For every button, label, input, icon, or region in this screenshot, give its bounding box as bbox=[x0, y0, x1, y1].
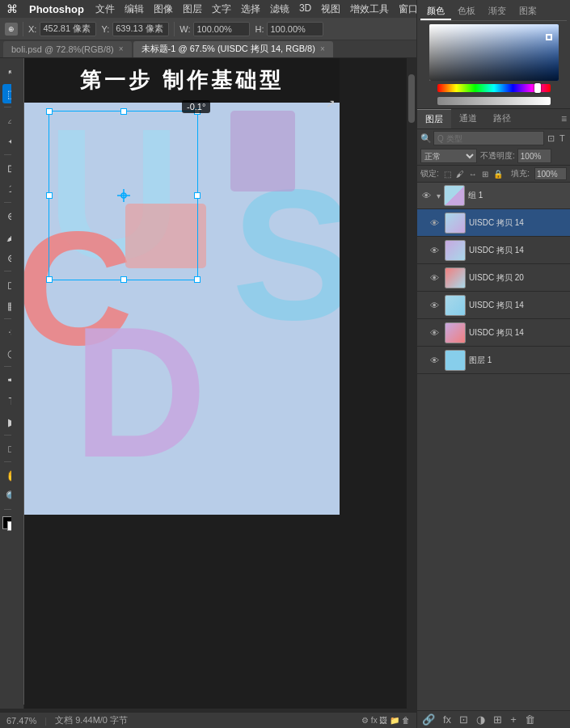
menu-file[interactable]: 文件 bbox=[95, 2, 115, 16]
layer-type-icon[interactable]: T bbox=[558, 133, 567, 143]
menu-3d[interactable]: 3D bbox=[299, 2, 311, 16]
group-arrow-icon[interactable]: ▾ bbox=[437, 191, 441, 200]
layer-link-button[interactable]: 🔗 bbox=[420, 713, 437, 726]
opacity-row: 不透明度: bbox=[480, 149, 551, 163]
layers-tabs: 图层 通道 路径 ≡ bbox=[417, 109, 570, 129]
layer-name-1: UISDC 拷贝 14 bbox=[469, 245, 565, 256]
w-input[interactable] bbox=[193, 22, 250, 36]
menu-select[interactable]: 选择 bbox=[241, 2, 260, 16]
apple-menu[interactable]: ⌘ bbox=[6, 2, 18, 15]
tab-untitled[interactable]: 未标题-1 @ 67.5% (UISDC 拷贝 14, RGB/8) × bbox=[133, 41, 333, 57]
color-tab-color[interactable]: 颜色 bbox=[420, 3, 451, 20]
layer-item-1[interactable]: 👁 UISDC 拷贝 14 bbox=[417, 237, 570, 264]
hue-slider-thumb bbox=[534, 83, 541, 93]
menu-layer[interactable]: 图层 bbox=[183, 2, 202, 16]
layer-delete-button[interactable]: 🗑 bbox=[523, 713, 537, 726]
menu-window[interactable]: 窗口 bbox=[399, 2, 418, 16]
hue-slider[interactable] bbox=[437, 84, 551, 92]
doc-info: 文档 9.44M/0 字节 bbox=[55, 714, 128, 726]
lock-row: 锁定: ⬚ 🖌 ↔ ⊞ 🔒 填充: bbox=[417, 166, 570, 183]
y-label: Y: bbox=[101, 24, 109, 34]
panel-menu-icon[interactable]: ≡ bbox=[561, 113, 567, 124]
layer-name-5: 图层 1 bbox=[469, 355, 565, 366]
group-thumbnail bbox=[444, 185, 465, 206]
layer-eye-1[interactable]: 👁 bbox=[430, 246, 441, 255]
fill-input[interactable] bbox=[534, 167, 567, 180]
y-coord: Y: bbox=[101, 22, 169, 36]
tab-channels[interactable]: 通道 bbox=[451, 109, 485, 128]
menu-items: 文件 编辑 图像 图层 文字 选择 滤镜 3D 视图 增效工具 窗口 帮助 bbox=[95, 2, 447, 16]
blend-mode-row: 正常 不透明度: bbox=[417, 147, 570, 166]
layer-search-input[interactable] bbox=[433, 131, 544, 145]
layer-item-4[interactable]: 👁 UISDC 拷贝 14 bbox=[417, 319, 570, 347]
layer-adjustment-button[interactable]: ◑ bbox=[475, 713, 487, 726]
vertical-ruler bbox=[11, 58, 24, 705]
h-input[interactable] bbox=[267, 22, 323, 36]
blend-mode-select[interactable]: 正常 bbox=[420, 149, 477, 163]
scrollbar-thumb[interactable] bbox=[408, 74, 415, 123]
color-tab-swatches[interactable]: 色板 bbox=[451, 3, 482, 20]
lock-all-icon[interactable]: 🔒 bbox=[493, 170, 503, 179]
menu-image[interactable]: 图像 bbox=[154, 2, 173, 16]
lock-artboard-icon[interactable]: ⊞ bbox=[482, 170, 488, 179]
layer-eye-4[interactable]: 👁 bbox=[430, 328, 441, 338]
layer-fx-button[interactable]: fx bbox=[441, 713, 453, 726]
eye-icon[interactable]: 👁 bbox=[422, 191, 433, 200]
layer-item-5[interactable]: 👁 图层 1 bbox=[417, 347, 570, 374]
group-name: 组 1 bbox=[468, 190, 565, 201]
layer-eye-5[interactable]: 👁 bbox=[430, 356, 441, 365]
layer-group-header[interactable]: 👁 ▾ 组 1 bbox=[417, 183, 570, 209]
layer-eye-2[interactable]: 👁 bbox=[430, 273, 441, 283]
status-bar: 67.47% | 文档 9.44M/0 字节 ⚙ fx 🖼 📁 🗑 bbox=[0, 712, 416, 728]
lock-position-icon[interactable]: ↔ bbox=[469, 170, 477, 179]
w-label: W: bbox=[179, 24, 190, 34]
menu-text[interactable]: 文字 bbox=[212, 2, 231, 16]
x-input[interactable] bbox=[40, 22, 96, 36]
layer-group-button[interactable]: ⊞ bbox=[492, 713, 504, 726]
menu-view[interactable]: 视图 bbox=[321, 2, 340, 16]
x-coord: X: bbox=[28, 22, 96, 36]
tab-boli[interactable]: boli.psd @ 72.8%(RGB/8) × bbox=[3, 41, 132, 57]
tab-layers[interactable]: 图层 bbox=[417, 109, 451, 128]
svg-rect-12 bbox=[11, 58, 24, 705]
rotation-value: -0.1° bbox=[187, 102, 205, 112]
layer-eye-3[interactable]: 👁 bbox=[430, 301, 441, 310]
opacity-input[interactable] bbox=[517, 149, 551, 163]
color-tab-pattern[interactable]: 图案 bbox=[513, 3, 543, 20]
workspace[interactable]: 第一步 制作基础型 U C S D bbox=[24, 58, 416, 709]
tab-paths[interactable]: 路径 bbox=[485, 109, 519, 128]
layer-item-2[interactable]: 👁 UISDC 拷贝 20 bbox=[417, 264, 570, 292]
color-panel: 颜色 色板 渐变 图案 bbox=[417, 0, 570, 109]
layer-filter-icon[interactable]: ⊡ bbox=[546, 133, 556, 144]
color-gradient[interactable] bbox=[429, 24, 559, 81]
tab-untitled-close[interactable]: × bbox=[320, 44, 325, 53]
menu-edit[interactable]: 编辑 bbox=[125, 2, 144, 16]
color-tab-gradient[interactable]: 渐变 bbox=[482, 3, 513, 20]
layer-list: 👁 UISDC 拷贝 14 👁 UISDC 拷贝 14 👁 UISDC 拷贝 2 bbox=[417, 209, 570, 374]
layer-item-0[interactable]: 👁 UISDC 拷贝 14 bbox=[417, 209, 570, 237]
lock-transparent-icon[interactable]: ⬚ bbox=[444, 170, 451, 179]
layer-item-3[interactable]: 👁 UISDC 拷贝 14 bbox=[417, 292, 570, 319]
menu-plugins[interactable]: 增效工具 bbox=[350, 2, 389, 16]
document-canvas[interactable]: 第一步 制作基础型 U C S D bbox=[24, 58, 340, 515]
layer-new-button[interactable]: + bbox=[509, 713, 518, 726]
status-icons: ⚙ fx 🖼 📁 🗑 bbox=[361, 716, 410, 725]
w-coord: W: bbox=[179, 22, 250, 36]
opacity-label: 不透明度: bbox=[480, 150, 515, 162]
vertical-scrollbar[interactable] bbox=[407, 58, 416, 709]
handle-middle-right[interactable] bbox=[194, 192, 201, 199]
purple-blob bbox=[230, 111, 295, 191]
layer-name-3: UISDC 拷贝 14 bbox=[469, 300, 565, 311]
tab-boli-close[interactable]: × bbox=[119, 44, 124, 53]
h-label: H: bbox=[255, 24, 264, 34]
opacity-slider[interactable] bbox=[437, 97, 551, 105]
layer-eye-0[interactable]: 👁 bbox=[430, 218, 441, 228]
app-name-label: Photoshop bbox=[29, 3, 84, 15]
menu-filter[interactable]: 滤镜 bbox=[270, 2, 289, 16]
lock-image-icon[interactable]: 🖌 bbox=[456, 170, 464, 179]
tab-untitled-label: 未标题-1 @ 67.5% (UISDC 拷贝 14, RGB/8) bbox=[141, 43, 315, 55]
y-input[interactable] bbox=[112, 22, 169, 36]
layer-mask-button[interactable]: ⊡ bbox=[458, 713, 470, 726]
handle-bottom-right[interactable] bbox=[194, 276, 201, 283]
tab-boli-label: boli.psd @ 72.8%(RGB/8) bbox=[11, 44, 114, 54]
